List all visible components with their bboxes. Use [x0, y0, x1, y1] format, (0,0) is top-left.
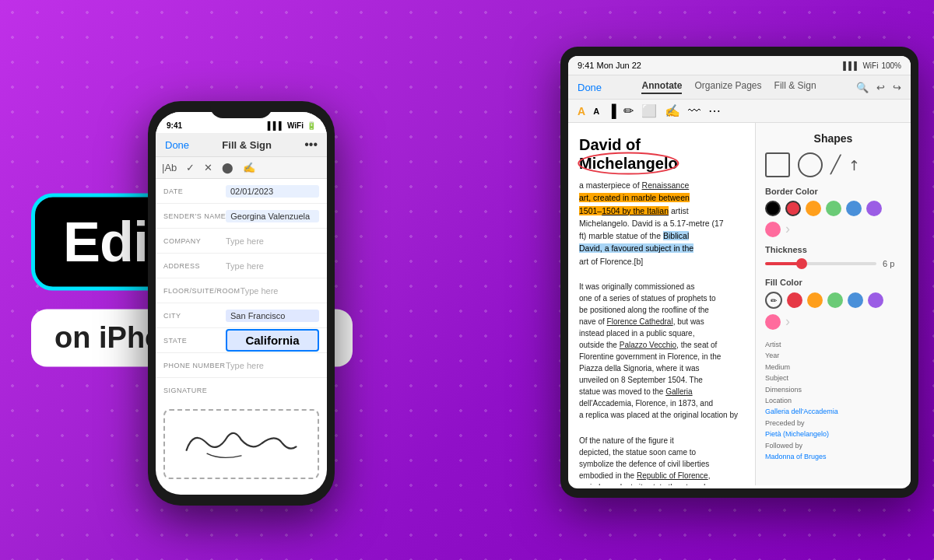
fill-orange[interactable] — [807, 292, 823, 308]
form-field-city[interactable]: CITY San Francisco — [156, 303, 327, 328]
field-placeholder-company[interactable]: Type here — [226, 236, 319, 246]
link-text: Renaissance — [642, 180, 690, 190]
fill-blue[interactable] — [848, 292, 863, 308]
info-followed-value: Madonna of Bruges — [765, 451, 901, 462]
field-value-date[interactable]: 02/01/2023 — [226, 185, 319, 198]
field-placeholder-address[interactable]: Type here — [226, 261, 319, 271]
fill-pen-icon[interactable]: ✏ — [765, 292, 782, 309]
ipad-tabs: Annotate Organize Pages Fill & Sign — [641, 80, 816, 94]
iphone-top-bar[interactable]: Done Fill & Sign ••• — [156, 133, 327, 157]
tab-organize[interactable]: Organize Pages — [694, 80, 761, 94]
link-florence: Florence Cathedral — [607, 317, 673, 326]
fill-red[interactable] — [787, 292, 802, 308]
color-green[interactable] — [826, 201, 841, 216]
tool-dot[interactable]: ⬤ — [222, 162, 234, 173]
info-preceded-row: Preceded by — [765, 418, 901, 429]
highlighted-date: art, created in marble between — [579, 193, 690, 202]
draw-icon[interactable]: ✏ — [623, 103, 634, 118]
form-field-sender[interactable]: SENDER'S NAME Georgina Valenzuela — [156, 204, 327, 229]
iphone-more-icon[interactable]: ••• — [304, 138, 318, 152]
form-field-address[interactable]: ADDRESS Type here — [156, 254, 327, 278]
title-line2: Michelangelo — [579, 155, 678, 172]
color-more[interactable]: › — [785, 221, 790, 237]
fill-purple[interactable] — [868, 292, 883, 308]
field-label-city: CITY — [163, 312, 226, 320]
ipad-content-area: David of Michelangelo a masterpiece of R… — [568, 123, 911, 485]
form-field-company[interactable]: COMPANY Type here — [156, 229, 327, 254]
doc-body-p1: a masterpiece of Renaissance art, create… — [579, 179, 744, 268]
iphone-form: DATE 02/01/2023 SENDER'S NAME Georgina V… — [156, 179, 327, 479]
form-field-floor[interactable]: FLOOR/SUITE/ROOM Type here — [156, 278, 327, 303]
thickness-value: 6 p — [883, 259, 901, 268]
ipad-battery: 100% — [881, 61, 901, 70]
signature-icon[interactable]: 〰 — [688, 104, 700, 118]
form-field-date[interactable]: DATE 02/01/2023 — [156, 179, 327, 204]
fill-green[interactable] — [827, 292, 843, 308]
highlighted-david: David, a favoured subject in the — [579, 243, 693, 253]
rectangle-shape[interactable] — [765, 152, 790, 177]
doc-info-panel: Artist Year Medium Subject Dimensions Lo… — [765, 339, 901, 462]
fill-color-label: Fill Color — [765, 278, 901, 287]
redo-icon[interactable]: ↪ — [893, 82, 901, 93]
ipad-toolbar[interactable]: Done Annotate Organize Pages Fill & Sign… — [568, 75, 911, 100]
fill-pink[interactable] — [765, 314, 781, 330]
shape-icon[interactable]: ⬜ — [641, 103, 657, 118]
stamp-icon[interactable]: ✍ — [665, 103, 680, 118]
color-pink[interactable] — [765, 222, 781, 237]
iphone-status-icons: ▌▌▌ WiFi 🔋 — [268, 121, 316, 130]
color-black[interactable] — [765, 201, 781, 216]
color-blue[interactable] — [846, 201, 862, 216]
field-placeholder-phone[interactable]: Type here — [226, 361, 319, 370]
field-value-sender[interactable]: Georgina Valenzuela — [226, 210, 319, 222]
tab-fill-sign[interactable]: Fill & Sign — [774, 80, 816, 94]
search-icon[interactable]: 🔍 — [856, 82, 869, 93]
ipad-annotation-bar[interactable]: A A ▐ ✏ ⬜ ✍ 〰 ⋯ — [568, 100, 911, 123]
field-label-company: COMPANY — [163, 237, 226, 245]
color-orange[interactable] — [806, 201, 821, 216]
iphone-wifi-icon: WiFi — [287, 121, 304, 130]
thickness-slider[interactable] — [765, 262, 876, 265]
field-label-floor: FLOOR/SUITE/ROOM — [163, 287, 241, 295]
undo-icon[interactable]: ↩ — [876, 82, 885, 93]
highlighted-biblical: Biblical — [663, 231, 689, 240]
iphone-screen: 9:41 ▌▌▌ WiFi 🔋 Done Fill & Sign ••• |Ab… — [156, 112, 327, 495]
border-color-options[interactable]: › — [765, 201, 901, 237]
document-title: David of Michelangelo — [579, 135, 744, 173]
line-shape[interactable]: ╱ — [830, 155, 841, 175]
info-year-row: Year — [765, 350, 901, 361]
ipad-frame: 9:41 Mon Jun 22 ▌▌▌ WiFi 100% Done Annot… — [560, 47, 918, 498]
shapes-options: ╱ ↗ — [765, 152, 901, 177]
tab-annotate[interactable]: Annotate — [641, 80, 682, 94]
fill-color-options[interactable]: ✏ › — [765, 292, 901, 330]
color-purple[interactable] — [866, 201, 882, 216]
circle-shape[interactable] — [798, 152, 823, 177]
thickness-label: Thickness — [765, 245, 901, 254]
tool-cross[interactable]: ✕ — [204, 162, 212, 173]
fill-more[interactable]: › — [785, 313, 790, 330]
tool-check[interactable]: ✓ — [186, 162, 195, 173]
field-value-city[interactable]: San Francisco — [226, 310, 319, 322]
tool-sign[interactable]: ✍ — [243, 162, 255, 173]
shapes-panel: Shapes ╱ ↗ Border Color — [755, 123, 911, 485]
ipad-device: 9:41 Mon Jun 22 ▌▌▌ WiFi 100% Done Annot… — [560, 47, 918, 498]
ipad-time: 9:41 Mon Jun 22 — [578, 61, 641, 70]
text-size-icon[interactable]: A — [593, 107, 599, 116]
field-placeholder-floor[interactable]: Type here — [241, 286, 319, 296]
link-palazzo: Palazzo Vecchio — [620, 341, 676, 349]
ipad-done-button[interactable]: Done — [578, 82, 602, 93]
ipad-document-text: David of Michelangelo a masterpiece of R… — [568, 123, 755, 485]
form-field-state[interactable]: STATE California — [156, 328, 327, 353]
iphone-notch — [210, 101, 272, 118]
iphone-toolbar[interactable]: |Ab ✓ ✕ ⬤ ✍ — [156, 157, 327, 179]
text-color-icon[interactable]: A — [578, 105, 585, 117]
tool-text[interactable]: |Ab — [162, 162, 177, 173]
highlight-icon[interactable]: ▐ — [607, 104, 616, 118]
color-red[interactable] — [785, 201, 801, 216]
iphone-done-button[interactable]: Done — [165, 139, 189, 151]
more-tools-icon[interactable]: ⋯ — [708, 103, 721, 118]
arrow-shape[interactable]: ↗ — [844, 155, 864, 175]
title-line1: David of — [579, 136, 641, 153]
field-value-state[interactable]: California — [226, 329, 319, 352]
signature-area[interactable] — [163, 409, 319, 479]
form-field-phone[interactable]: PHONE NUMBER Type here — [156, 353, 327, 378]
